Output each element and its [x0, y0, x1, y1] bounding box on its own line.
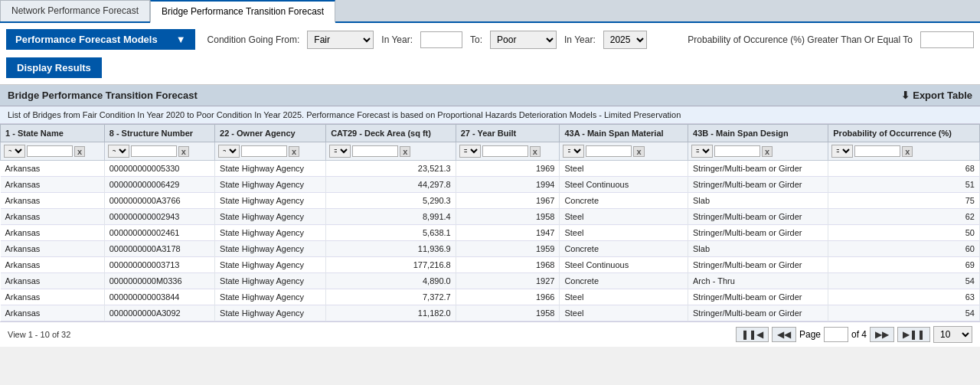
- page-number-input[interactable]: 1: [824, 327, 848, 342]
- filter-design-input[interactable]: [714, 145, 760, 157]
- filter-year-input[interactable]: [482, 145, 528, 157]
- cell-owner-4: State Highway Agency: [215, 225, 326, 241]
- last-page-button[interactable]: ▶❚❚: [897, 327, 930, 342]
- filter-deck-input[interactable]: [352, 145, 398, 157]
- section-header: Bridge Performance Transition Forecast ⬇…: [0, 85, 980, 106]
- filter-prob: == x: [828, 142, 980, 161]
- filter-state-op[interactable]: ~: [4, 145, 25, 158]
- cell-main_design-4: Stringer/Multi-beam or Girder: [688, 225, 828, 241]
- in-year-to-select[interactable]: 2025 2026 2027 2028 2030: [603, 31, 647, 49]
- cell-owner-2: State Highway Agency: [215, 193, 326, 209]
- filter-prob-input[interactable]: [854, 145, 900, 157]
- cell-year_built-4: 1947: [456, 225, 560, 241]
- cell-deck_area-9: 11,182.0: [326, 305, 456, 321]
- filter-state-clear[interactable]: x: [74, 146, 85, 157]
- cell-deck_area-7: 4,890.0: [326, 273, 456, 289]
- filter-owner-input[interactable]: [241, 145, 287, 157]
- filter-material-clear[interactable]: x: [633, 146, 644, 157]
- cell-structure-3: 000000000002943: [104, 209, 214, 225]
- cell-main_design-3: Stringer/Multi-beam or Girder: [688, 209, 828, 225]
- cell-main_design-8: Stringer/Multi-beam or Girder: [688, 289, 828, 305]
- cell-state-3: Arkansas: [1, 209, 105, 225]
- filter-state-input[interactable]: [27, 145, 73, 157]
- cell-structure-7: 0000000000M0336: [104, 273, 214, 289]
- table-row: Arkansas000000000003713State Highway Age…: [1, 257, 980, 273]
- col-header-year: 27 - Year Built: [456, 125, 560, 142]
- condition-from-select[interactable]: Fair Good Poor Very Good Serious: [307, 31, 374, 49]
- cell-state-9: Arkansas: [1, 305, 105, 321]
- col-header-prob: Probability of Occurrence (%): [828, 125, 980, 142]
- cell-state-1: Arkansas: [1, 177, 105, 193]
- cell-owner-1: State Highway Agency: [215, 177, 326, 193]
- filter-year-clear[interactable]: x: [530, 146, 541, 157]
- cell-year_built-2: 1967: [456, 193, 560, 209]
- cell-probability-2: 75: [828, 193, 980, 209]
- table-row: Arkansas0000000000A3178State Highway Age…: [1, 241, 980, 257]
- filter-owner-op[interactable]: ~: [218, 145, 240, 158]
- display-results-button[interactable]: Display Results: [6, 57, 102, 78]
- in-year-from-label: In Year:: [381, 34, 413, 45]
- filter-structure-clear[interactable]: x: [178, 146, 189, 157]
- prob-label: Probability of Occurence (%) Greater Tha…: [688, 34, 913, 45]
- export-button[interactable]: ⬇ Export Table: [901, 90, 972, 101]
- cell-main_design-0: Stringer/Multi-beam or Girder: [688, 161, 828, 177]
- cell-owner-8: State Highway Agency: [215, 289, 326, 305]
- filter-deck-clear[interactable]: x: [400, 146, 410, 157]
- table-row: Arkansas000000000002943State Highway Age…: [1, 209, 980, 225]
- cell-probability-9: 54: [828, 305, 980, 321]
- in-year-from-input[interactable]: 2020: [420, 31, 462, 48]
- cell-main_design-9: Stringer/Multi-beam or Girder: [688, 305, 828, 321]
- table-row: Arkansas000000000006429State Highway Age…: [1, 177, 980, 193]
- condition-to-select[interactable]: Poor Fair Good Very Good Serious: [490, 31, 557, 49]
- cell-structure-0: 000000000005330: [104, 161, 214, 177]
- cell-main_material-8: Steel: [560, 289, 688, 305]
- cell-state-7: Arkansas: [1, 273, 105, 289]
- tab-bridge[interactable]: Bridge Performance Transition Forecast: [150, 0, 335, 23]
- cell-probability-6: 69: [828, 257, 980, 273]
- cell-state-4: Arkansas: [1, 225, 105, 241]
- col-header-design: 43B - Main Span Design: [688, 125, 828, 142]
- cell-main_material-4: Steel: [560, 225, 688, 241]
- table-header-row: 1 - State Name 8 - Structure Number 22 -…: [1, 125, 980, 142]
- filter-owner-clear[interactable]: x: [289, 146, 299, 157]
- page-size-select[interactable]: 10 25 50 100: [933, 326, 972, 343]
- cell-deck_area-8: 7,372.7: [326, 289, 456, 305]
- cell-deck_area-5: 11,936.9: [326, 241, 456, 257]
- cell-probability-8: 63: [828, 289, 980, 305]
- filter-prob-clear[interactable]: x: [902, 146, 913, 157]
- cell-deck_area-2: 5,290.3: [326, 193, 456, 209]
- tab-network[interactable]: Network Performance Forecast: [0, 0, 150, 21]
- pagination: ❚❚◀ ◀◀ Page 1 of 4 ▶▶ ▶❚❚ 10 25 50 100: [736, 326, 972, 343]
- cell-probability-3: 62: [828, 209, 980, 225]
- col-header-material: 43A - Main Span Material: [560, 125, 688, 142]
- cell-structure-6: 000000000003713: [104, 257, 214, 273]
- filter-material-op[interactable]: ==: [563, 145, 584, 158]
- next-page-button[interactable]: ▶▶: [870, 327, 894, 342]
- filter-year-op[interactable]: ==: [459, 145, 481, 158]
- filter-structure-op[interactable]: ~: [108, 145, 129, 158]
- filter-deck-op[interactable]: ==: [329, 145, 351, 158]
- filter-structure-input[interactable]: [131, 145, 177, 157]
- first-page-button[interactable]: ❚❚◀: [736, 327, 769, 342]
- prob-input[interactable]: 50: [920, 31, 974, 48]
- table-row: Arkansas000000000005330State Highway Age…: [1, 161, 980, 177]
- models-button[interactable]: Performance Forecast Models: [6, 29, 167, 50]
- models-dropdown-button[interactable]: ▼: [167, 29, 195, 50]
- filter-material-input[interactable]: [586, 145, 632, 157]
- cell-year_built-7: 1927: [456, 273, 560, 289]
- filter-design-clear[interactable]: x: [762, 146, 773, 157]
- cell-main_material-7: Concrete: [560, 273, 688, 289]
- tabs-bar: Network Performance Forecast Bridge Perf…: [0, 0, 980, 23]
- prev-page-button[interactable]: ◀◀: [772, 327, 796, 342]
- cell-structure-1: 000000000006429: [104, 177, 214, 193]
- to-label: To:: [470, 34, 482, 45]
- col-header-owner: 22 - Owner Agency: [215, 125, 326, 142]
- cell-main_material-3: Steel: [560, 209, 688, 225]
- filter-prob-op[interactable]: ==: [831, 145, 853, 158]
- cell-year_built-1: 1994: [456, 177, 560, 193]
- filter-design-op[interactable]: ==: [691, 145, 713, 158]
- data-table: 1 - State Name 8 - Structure Number 22 -…: [0, 124, 980, 321]
- cell-structure-5: 0000000000A3178: [104, 241, 214, 257]
- cell-year_built-9: 1958: [456, 305, 560, 321]
- condition-from-label: Condition Going From:: [207, 34, 300, 45]
